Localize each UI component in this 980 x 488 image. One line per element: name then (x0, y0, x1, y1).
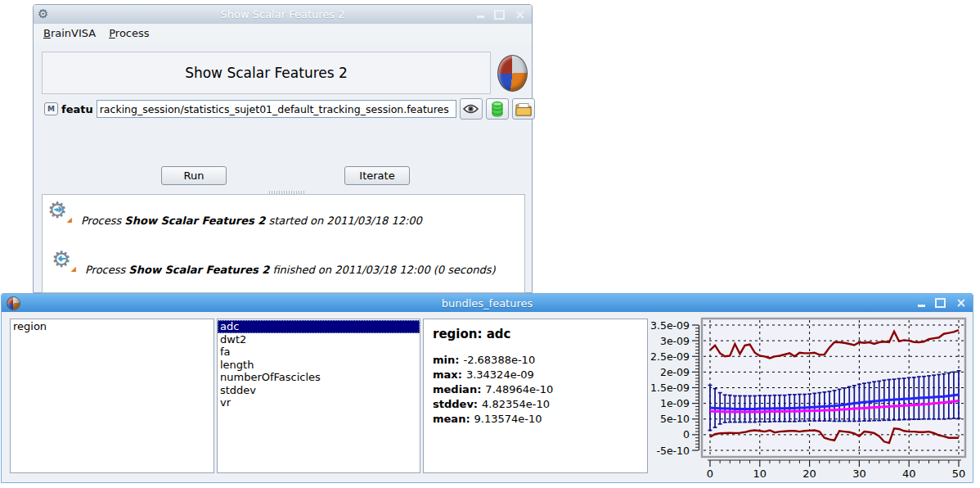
svg-text:20: 20 (802, 468, 816, 480)
svg-text:3.5e-09: 3.5e-09 (650, 319, 690, 332)
region-list[interactable]: region (10, 319, 214, 473)
list-item[interactable]: stddev (218, 384, 420, 397)
window2-titlebar[interactable]: bundles_features × (2, 294, 973, 312)
svg-text:0: 0 (707, 468, 713, 480)
stat-row: max:3.34324e-09 (433, 368, 638, 382)
list-item[interactable]: adc (218, 320, 420, 333)
svg-text:30: 30 (852, 468, 866, 480)
window1-titlebar[interactable]: ⚙ Show Scalar Features 2 × (34, 5, 532, 24)
maximize-button[interactable] (935, 298, 946, 308)
list-item[interactable]: region (11, 320, 214, 333)
process-log[interactable]: ⚙➜◢ ProcessShow Scalar Features 2started… (42, 194, 525, 293)
menubar: BrainVISA Process (34, 24, 532, 43)
svg-text:10: 10 (753, 468, 767, 480)
list-item[interactable]: numberOfFascicles (218, 371, 420, 384)
svg-text:40: 40 (902, 468, 916, 480)
svg-text:0: 0 (683, 428, 690, 441)
list-item[interactable]: dwt2 (218, 333, 420, 346)
minimize-button[interactable] (918, 305, 925, 307)
process-window: ⚙ Show Scalar Features 2 × BrainVISA Pro… (33, 4, 533, 293)
process-gear-icon: ⚙ (38, 8, 48, 20)
features-param-label: featu (61, 103, 93, 115)
svg-text:2.5e-09: 2.5e-09 (650, 350, 690, 363)
svg-text:5e-10: 5e-10 (660, 413, 690, 425)
bundles-features-window: bundles_features × region adcdwt2falengt… (1, 293, 973, 483)
stats-heading: region: adc (433, 327, 638, 341)
stat-row: min:-2.68388e-10 (433, 353, 638, 368)
stat-row: stddev:4.82354e-10 (433, 397, 638, 412)
process-header: Show Scalar Features 2 (42, 52, 491, 94)
stats-panel: region: adc min:-2.68388e-10max:3.34324e… (423, 319, 648, 473)
minimize-button[interactable] (477, 16, 484, 18)
log-finished-text: ProcessShow Scalar Features 2finished on… (85, 264, 495, 276)
window1-title: Show Scalar Features 2 (34, 8, 532, 20)
list-item[interactable]: vr (218, 396, 420, 409)
desktop: { "window1": { "title": "Show Scalar Fea… (0, 0, 980, 488)
page-title: Show Scalar Features 2 (185, 65, 348, 81)
folder-icon (515, 102, 532, 116)
mandatory-badge: M (44, 102, 58, 115)
process-started-icon: ⚙➜◢ (47, 198, 74, 224)
iterate-button[interactable]: Iterate (344, 166, 410, 185)
eye-icon (463, 103, 479, 115)
features-param-row: M featu (44, 98, 535, 120)
features-path-input[interactable] (97, 100, 456, 118)
svg-text:50: 50 (952, 468, 966, 480)
stat-row: mean:9.13574e-10 (433, 412, 638, 427)
feature-plot[interactable]: 3.5e-093e-092.5e-092e-091.5e-091e-095e-1… (650, 314, 975, 482)
menu-process[interactable]: Process (109, 27, 149, 39)
svg-text:3e-09: 3e-09 (660, 335, 690, 347)
view-button[interactable] (460, 98, 483, 120)
stat-row: median:7.48964e-10 (433, 382, 638, 397)
browse-button[interactable] (512, 98, 535, 120)
database-icon (492, 102, 503, 117)
svg-text:1e-09: 1e-09 (660, 397, 690, 409)
list-item[interactable]: length (218, 359, 420, 372)
log-started-text: ProcessShow Scalar Features 2started on … (81, 215, 422, 227)
window2-title: bundles_features (2, 297, 973, 310)
close-button[interactable]: × (515, 9, 525, 20)
process-finished-icon: ⚙➜◢ (52, 247, 78, 273)
database-button[interactable] (486, 98, 509, 120)
list-item[interactable]: fa (218, 346, 420, 359)
feature-list[interactable]: adcdwt2falengthnumberOfFasciclesstddevvr (217, 319, 420, 473)
svg-text:1.5e-09: 1.5e-09 (650, 382, 690, 394)
svg-text:2e-09: 2e-09 (660, 366, 690, 378)
brainvisa-logo-icon-small (7, 296, 20, 310)
close-button[interactable]: × (955, 297, 966, 309)
menu-brainvisa[interactable]: BrainVISA (43, 27, 96, 39)
maximize-button[interactable] (494, 10, 505, 20)
run-button[interactable]: Run (161, 166, 227, 185)
svg-text:-5e-10: -5e-10 (656, 445, 690, 457)
brainvisa-logo-icon[interactable] (497, 55, 528, 92)
